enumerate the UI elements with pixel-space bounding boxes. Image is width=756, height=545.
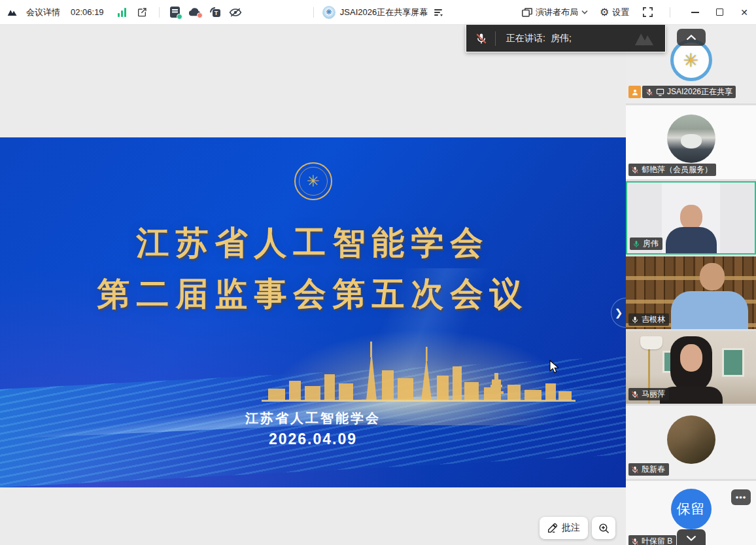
watermark-logo-icon bbox=[631, 27, 661, 50]
gear-icon: ⚙ bbox=[600, 7, 609, 18]
more-options-button[interactable]: ••• bbox=[731, 489, 751, 505]
mic-muted-icon bbox=[645, 88, 653, 96]
collapse-sidebar-button[interactable] bbox=[677, 29, 706, 46]
scroll-down-button[interactable] bbox=[677, 529, 706, 545]
meeting-window: 会议详情 02:06:19 T ❋ JSAI2026正 bbox=[0, 0, 756, 545]
annotate-label: 批注 bbox=[562, 522, 580, 534]
layout-switcher[interactable]: 演讲者布局 bbox=[522, 7, 588, 18]
participant-name-label: 房伟 bbox=[630, 237, 662, 250]
titlebar: 会议详情 02:06:19 T ❋ JSAI2026正 bbox=[0, 0, 756, 25]
main-area: 正在讲话: 房伟; ✳ 江苏省人工智能学会 第二届监事会第五次会议 bbox=[0, 25, 756, 545]
billing-doc-icon[interactable] bbox=[170, 7, 180, 18]
shared-screen-area: ✳ 江苏省人工智能学会 第二届监事会第五次会议 bbox=[0, 25, 626, 545]
zoom-in-button[interactable] bbox=[592, 517, 615, 539]
cloud-record-icon[interactable] bbox=[188, 7, 201, 17]
person-icon bbox=[631, 88, 639, 96]
participant-video bbox=[666, 227, 717, 255]
meeting-details-link[interactable]: 会议详情 bbox=[26, 7, 60, 18]
network-signal-icon[interactable] bbox=[116, 8, 129, 17]
participant-avatar: 保留 bbox=[671, 489, 712, 529]
settings-label: 设置 bbox=[612, 7, 629, 18]
mouse-cursor bbox=[549, 360, 560, 374]
speaking-banner: 正在讲话: 房伟; bbox=[466, 25, 666, 52]
mic-active-icon bbox=[632, 240, 640, 248]
close-button[interactable]: ✕ bbox=[740, 8, 748, 17]
settings-button[interactable]: ⚙ 设置 bbox=[600, 7, 629, 18]
participant-tile[interactable]: 殷新春 bbox=[626, 406, 756, 479]
slide-title: 江苏省人工智能学会 第二届监事会第五次会议 bbox=[0, 217, 626, 319]
banner-divider bbox=[495, 31, 496, 46]
open-external-icon[interactable] bbox=[135, 6, 148, 19]
chevron-down-icon bbox=[686, 535, 696, 541]
slide-footer-org: 江苏省人工智能学会 bbox=[0, 410, 626, 427]
participant-tile[interactable]: 吉根林 bbox=[626, 256, 756, 329]
fullscreen-icon[interactable] bbox=[641, 6, 654, 19]
minimize-button[interactable] bbox=[691, 12, 699, 13]
participants-sidebar: ✳ JSAI2026正在共享 郁艳萍（会员服务） bbox=[626, 25, 756, 545]
participant-name-label: 叶保留 B bbox=[628, 535, 676, 545]
sharer-avatar: ❋ bbox=[322, 6, 335, 19]
participant-tile-speaking[interactable]: 房伟 bbox=[626, 181, 756, 255]
app-logo-icon bbox=[7, 6, 20, 19]
titlebar-left: 会议详情 02:06:19 T bbox=[0, 6, 309, 19]
mic-muted-icon bbox=[631, 391, 639, 398]
mic-on-icon bbox=[631, 316, 639, 324]
share-controls: 批注 bbox=[540, 517, 615, 539]
mic-muted-icon bbox=[631, 538, 639, 545]
participant-video bbox=[680, 344, 702, 372]
speaking-name: 房伟; bbox=[551, 33, 572, 44]
city-skyline-graphic bbox=[262, 332, 576, 403]
meeting-timer: 02:06:19 bbox=[71, 7, 104, 17]
slide-footer-date: 2026.04.09 bbox=[0, 431, 626, 448]
host-badge-icon bbox=[628, 86, 641, 98]
participant-name-label: 郁艳萍（会员服务） bbox=[628, 164, 716, 176]
participant-video bbox=[671, 291, 748, 329]
titlebar-divider bbox=[159, 7, 160, 18]
participant-avatar bbox=[667, 415, 715, 464]
live-caption-icon[interactable]: T bbox=[210, 7, 220, 17]
slide-title-line2: 第二届监事会第五次会议 bbox=[0, 268, 626, 319]
network-detail-icon[interactable] bbox=[432, 6, 445, 19]
presentation-slide: ✳ 江苏省人工智能学会 第二届监事会第五次会议 bbox=[0, 137, 626, 487]
speaking-label: 正在讲话: bbox=[506, 33, 545, 44]
participant-name-label: 殷新春 bbox=[628, 463, 669, 476]
participant-name-label: 马丽萍 bbox=[628, 388, 669, 400]
share-status-title: JSAI2026正在共享屏幕 bbox=[340, 7, 428, 18]
participant-video bbox=[640, 336, 662, 349]
magnifier-plus-icon bbox=[598, 523, 610, 534]
mic-muted-icon bbox=[631, 166, 639, 174]
banner-mic-muted-icon bbox=[466, 33, 495, 44]
participant-video bbox=[680, 205, 702, 230]
participant-name-label: 吉根林 bbox=[628, 313, 669, 326]
titlebar-divider-3 bbox=[670, 7, 670, 18]
participant-avatar bbox=[667, 114, 715, 163]
participant-tile[interactable]: 马丽萍 bbox=[626, 331, 756, 404]
slide-title-line1: 江苏省人工智能学会 bbox=[0, 217, 626, 268]
status-icons: T bbox=[170, 6, 242, 19]
chevron-up-icon bbox=[686, 35, 696, 41]
titlebar-divider-2 bbox=[313, 7, 314, 18]
hide-view-icon[interactable] bbox=[229, 6, 242, 19]
slide-footer: 江苏省人工智能学会 2026.04.09 bbox=[0, 410, 626, 448]
participant-video bbox=[700, 263, 725, 290]
titlebar-right: 演讲者布局 ⚙ 设置 ✕ bbox=[445, 6, 756, 19]
maximize-button[interactable] bbox=[716, 9, 723, 16]
participant-name-label: JSAI2026正在共享 bbox=[642, 86, 736, 98]
annotate-button[interactable]: 批注 bbox=[540, 517, 588, 539]
pencil-icon bbox=[547, 523, 558, 533]
participant-tile[interactable]: 郁艳萍（会员服务） bbox=[626, 105, 756, 179]
window-controls: ✕ bbox=[691, 8, 748, 17]
titlebar-center: ❋ JSAI2026正在共享屏幕 bbox=[309, 6, 445, 19]
participant-video bbox=[722, 348, 744, 377]
screen-share-icon bbox=[656, 88, 664, 96]
mic-muted-icon bbox=[631, 466, 639, 474]
chevron-down-icon bbox=[581, 10, 588, 14]
layout-label: 演讲者布局 bbox=[536, 7, 578, 18]
jsai-emblem-icon: ✳ bbox=[294, 162, 332, 200]
participant-tile[interactable]: ••• 保留 叶保留 B bbox=[626, 481, 756, 545]
